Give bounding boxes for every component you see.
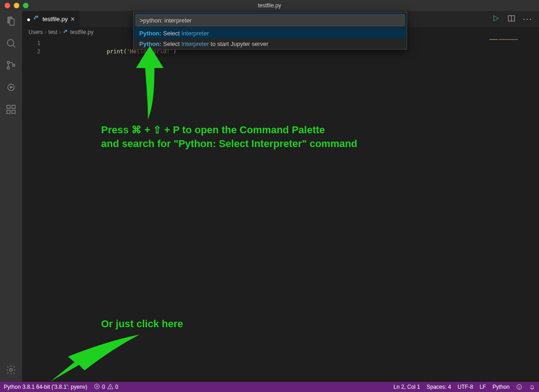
command-palette-list: Python: Select Interpreter Python: Selec… [134,28,407,49]
command-palette-item[interactable]: Python: Select Interpreter [134,28,407,39]
svg-point-22 [518,386,519,386]
svg-point-11 [10,369,12,371]
indentation-status[interactable]: Spaces: 4 [426,384,451,390]
feedback-icon[interactable] [516,384,522,390]
titlebar: testfile.py [0,0,539,11]
command-palette-input[interactable] [136,14,405,26]
warning-icon [107,383,113,391]
palette-item-prefix: Python: [139,30,161,37]
breadcrumb-seg[interactable]: testfile.py [70,29,94,35]
line-number: 2 [22,47,49,56]
cursor-position-status[interactable]: Ln 2, Col 1 [393,384,420,390]
command-palette-item[interactable]: Python: Select Interpreter to start Jupy… [134,39,407,49]
palette-item-prefix: Python: [139,40,161,47]
activity-bar [0,11,22,382]
python-file-icon [33,15,40,23]
svg-point-12 [35,16,36,17]
svg-point-0 [7,40,14,46]
dirty-indicator-icon: ● [27,16,30,23]
scrollbar-vertical[interactable] [533,37,539,382]
debug-icon[interactable] [5,81,17,94]
svg-point-20 [110,388,110,388]
search-icon[interactable] [5,37,17,50]
tab-filename: testfile.py [42,16,68,23]
problems-status[interactable]: 0 0 [94,383,118,391]
run-file-icon[interactable] [492,14,500,24]
svg-rect-9 [12,110,15,114]
eol-status[interactable]: LF [480,384,486,390]
command-palette: Python: Select Interpreter Python: Selec… [133,12,407,50]
python-interpreter-status[interactable]: Python 3.8.1 64-bit ('3.8.1': pyenv) [4,384,87,390]
svg-marker-6 [10,86,13,89]
window-maximize-button[interactable] [23,3,28,8]
window-title: testfile.py [258,2,281,9]
palette-item-match: Interpreter [182,30,209,37]
palette-item-match: Interpreter [182,40,209,47]
editor-body[interactable]: 1 2 print('Hello world!') [22,37,539,382]
palette-item-text: Select [161,40,181,47]
more-actions-icon[interactable]: ··· [523,14,533,24]
breadcrumb-seg[interactable]: test [48,29,57,35]
svg-point-23 [520,386,520,386]
svg-rect-8 [7,110,10,114]
window-close-button[interactable] [5,3,10,8]
line-number: 1 [22,39,49,47]
settings-gear-icon[interactable] [5,364,17,376]
editor-tab-testfile[interactable]: ● testfile.py × [22,11,80,27]
minimap[interactable] [489,39,531,46]
language-mode-status[interactable]: Python [493,384,510,390]
window-minimize-button[interactable] [14,3,19,8]
status-bar: Python 3.8.1 64-bit ('3.8.1': pyenv) 0 0… [0,382,539,392]
svg-line-1 [13,45,16,48]
error-count: 0 [102,384,105,390]
warning-count: 0 [115,384,119,390]
line-number-gutter: 1 2 [22,37,49,56]
svg-rect-7 [7,105,10,108]
svg-marker-13 [494,16,499,21]
svg-point-4 [13,64,15,67]
svg-rect-10 [12,105,15,108]
tab-close-icon[interactable]: × [70,16,74,23]
source-control-icon[interactable] [5,59,17,72]
svg-point-3 [7,67,10,69]
svg-point-2 [7,62,10,64]
extensions-icon[interactable] [5,103,17,116]
python-file-icon [63,29,68,35]
palette-item-suffix: to start Jupyter server [209,40,268,47]
chevron-right-icon: › [59,29,61,35]
encoding-status[interactable]: UTF-8 [458,384,473,390]
svg-point-21 [517,385,522,390]
breadcrumb-seg[interactable]: Users [28,29,43,35]
explorer-icon[interactable] [5,15,17,28]
palette-item-text: Select [161,30,181,37]
chevron-right-icon: › [45,29,46,35]
error-icon [94,383,100,391]
split-editor-icon[interactable] [507,14,516,24]
notifications-icon[interactable] [529,384,535,390]
code-token: ( [123,48,126,55]
code-token: print [107,48,123,55]
